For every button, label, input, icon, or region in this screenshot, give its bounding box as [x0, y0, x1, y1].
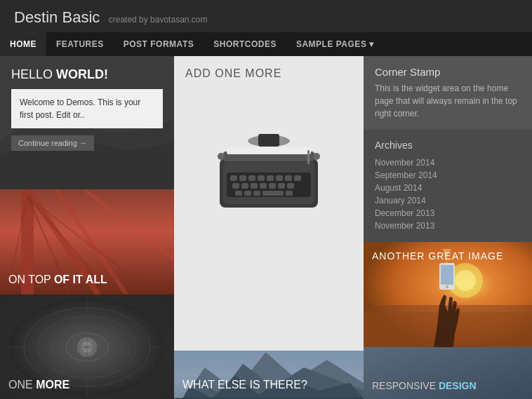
left-column: HELLO WORLD! Welcome to Demos. This is y…: [0, 56, 174, 399]
responsive-design-card[interactable]: RESPONSIVE DESIGN: [364, 347, 532, 399]
svg-rect-29: [230, 175, 237, 181]
right-sidebar: Corner Stamp This is the widget area on …: [364, 56, 532, 399]
on-top-title-bold: OF IT ALL: [54, 273, 107, 285]
svg-rect-48: [286, 191, 293, 196]
svg-rect-45: [244, 191, 251, 196]
middle-column: ADD ONE MORE: [174, 56, 364, 399]
svg-point-51: [218, 153, 225, 160]
another-great-image-card[interactable]: ANOTHER GREAT IMAGE: [364, 242, 532, 347]
what-else-title: WHAT ELSE IS THERE?: [182, 379, 307, 391]
svg-rect-50: [227, 147, 311, 154]
svg-rect-43: [287, 183, 294, 189]
svg-rect-40: [260, 183, 267, 189]
archives-title: Archives: [375, 140, 521, 151]
svg-rect-47: [262, 191, 284, 196]
continue-reading-button[interactable]: Continue reading →: [11, 135, 94, 151]
nav-home[interactable]: HOME: [0, 32, 46, 56]
nav-post-formats[interactable]: POST FORMATS: [114, 32, 204, 56]
what-else-card[interactable]: WHAT ELSE IS THERE?: [174, 351, 364, 399]
svg-rect-35: [285, 175, 292, 181]
svg-rect-38: [241, 183, 248, 189]
svg-rect-41: [269, 183, 276, 189]
hello-world-excerpt: Welcome to Demos. This is your first pos…: [20, 96, 154, 121]
site-header: Destin Basic created by bavotasan.com: [0, 0, 532, 32]
responsive-design-title-bold: DESIGN: [439, 380, 477, 391]
responsive-design-title: RESPONSIVE DESIGN: [372, 380, 477, 391]
archive-link[interactable]: November 2014: [375, 156, 521, 169]
on-top-title-normal: ON TOP: [8, 273, 54, 285]
hello-world-title-bold: WORLD!: [56, 67, 108, 81]
svg-rect-44: [235, 191, 242, 196]
site-nav: HOME FEATURES POST FORMATS SHORTCODES SA…: [0, 32, 532, 56]
hello-world-excerpt-box: Welcome to Demos. This is your first pos…: [11, 89, 163, 128]
on-top-title: ON TOP OF IT ALL: [8, 273, 107, 286]
add-one-more-card[interactable]: ADD ONE MORE: [174, 56, 364, 351]
svg-rect-36: [294, 175, 301, 181]
svg-rect-30: [239, 175, 246, 181]
hello-world-title: HELLO WORLD!: [11, 67, 163, 82]
add-one-more-title: ADD ONE MORE: [185, 67, 281, 80]
corner-stamp-title: Corner Stamp: [375, 66, 521, 78]
svg-rect-33: [267, 175, 274, 181]
nav-shortcodes[interactable]: SHORTCODES: [204, 32, 286, 56]
hello-world-content: HELLO WORLD! Welcome to Demos. This is y…: [0, 56, 174, 162]
what-else-background: [174, 351, 364, 399]
svg-point-64: [455, 270, 476, 291]
svg-rect-39: [251, 183, 258, 189]
archives-list: November 2014September 2014August 2014Ja…: [375, 156, 521, 232]
svg-rect-53: [307, 150, 310, 164]
archive-link[interactable]: November 2013: [375, 219, 521, 232]
responsive-design-title-normal: RESPONSIVE: [372, 380, 439, 391]
svg-rect-68: [441, 265, 453, 285]
svg-rect-34: [276, 175, 283, 181]
svg-point-69: [446, 285, 448, 288]
main-content: HELLO WORLD! Welcome to Demos. This is y…: [0, 56, 532, 399]
typewriter-image: [206, 102, 332, 229]
archive-link[interactable]: August 2014: [375, 182, 521, 194]
svg-rect-37: [232, 183, 239, 189]
archive-link[interactable]: December 2013: [375, 207, 521, 219]
one-more-title-bold: MORE: [36, 379, 69, 391]
svg-rect-42: [278, 183, 285, 189]
nav-sample-pages[interactable]: SAMPLE PAGES: [286, 32, 384, 56]
one-more-title: ONE MORE: [8, 379, 69, 391]
svg-rect-55: [258, 134, 279, 147]
svg-rect-32: [258, 175, 265, 181]
corner-stamp: Corner Stamp This is the widget area on …: [364, 56, 532, 130]
svg-point-52: [313, 153, 320, 160]
archive-link[interactable]: September 2014: [375, 169, 521, 182]
one-more-title-normal: ONE: [8, 379, 36, 391]
svg-rect-31: [248, 175, 255, 181]
hello-world-card: HELLO WORLD! Welcome to Demos. This is y…: [0, 56, 174, 189]
hello-world-title-normal: HELLO: [11, 67, 56, 81]
site-title: Destin Basic: [14, 8, 100, 26]
corner-stamp-text: This is the widget area on the home page…: [375, 82, 521, 120]
on-top-card[interactable]: ON TOP OF IT ALL: [0, 189, 174, 295]
archives-section: Archives November 2014September 2014Augu…: [364, 130, 532, 242]
archive-link[interactable]: January 2014: [375, 194, 521, 207]
svg-rect-46: [253, 191, 260, 196]
one-more-card[interactable]: ONE MORE: [0, 295, 174, 399]
another-image-title: ANOTHER GREAT IMAGE: [372, 250, 503, 262]
site-subtitle: created by bavotasan.com: [109, 15, 208, 25]
nav-features[interactable]: FEATURES: [46, 32, 114, 56]
